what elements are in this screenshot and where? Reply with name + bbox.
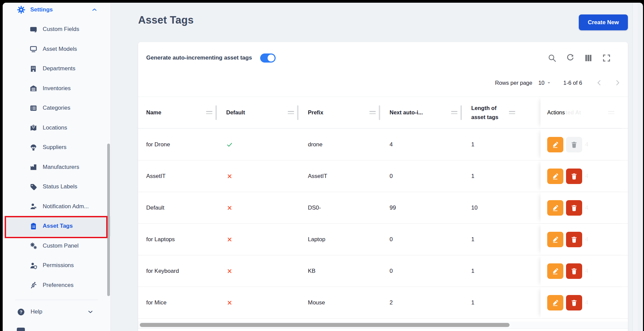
table-row: for Mice Mouse 2 1 4 [138,287,628,319]
column-resize-handle[interactable] [509,111,515,114]
ghost-text: 4 [585,205,588,211]
app-window: Settings Custom Fields Asset Models Depa… [3,3,643,331]
sidebar-item-manufacturers[interactable]: Manufacturers [3,157,111,177]
rows-per-page-select[interactable]: 10 [538,80,552,86]
chevron-up-icon[interactable] [91,6,98,13]
table-row: for Laptops Laptop 0 1 4 [138,224,628,255]
pagination-nav [596,79,621,86]
table-header: Name Default Prefix Next auto-i... Lengt… [138,97,628,128]
asset-tags-card: Generate auto-incrementing asset tags Ro… [138,42,628,331]
table-row: for Keyboard KB 0 1 4 [138,255,628,287]
cell-actions: 4 [540,192,628,223]
edit-button[interactable] [547,232,563,247]
column-resize-handle[interactable] [451,111,457,114]
edit-button[interactable] [547,295,563,310]
table-row: Default DS0- 99 10 4 [138,192,628,224]
sidebar-item-help[interactable]: ? Help [3,300,111,324]
columns-icon[interactable] [584,53,593,63]
trash-icon [570,236,578,243]
sidebar-item-asset-tags[interactable]: Asset Tags [3,216,111,236]
auto-increment-toggle[interactable] [260,53,276,63]
card-icon [30,26,37,33]
cell-name: for Laptops [146,236,226,243]
sidebar-item-status-labels[interactable]: Status Labels [3,177,111,197]
sidebar-item-locations[interactable]: Locations [3,118,111,138]
user-badge-icon [30,203,37,210]
column-header-length[interactable]: Length of asset tags [471,104,540,121]
search-icon[interactable] [548,53,557,63]
cross-icon [226,268,233,274]
auto-increment-row: Generate auto-incrementing asset tags [146,49,620,66]
cell-next-auto-increment: 4 [390,141,471,148]
delete-button[interactable] [566,232,582,247]
column-header-default[interactable]: Default [226,105,308,120]
cell-prefix: drone [308,141,390,148]
cell-default [226,299,308,306]
main-content: Asset Tags Create New Generate auto-incr… [111,3,638,331]
table-row: for Drone drone 4 1 4 [138,129,628,160]
delete-button[interactable] [566,200,582,216]
trash-icon [570,267,578,275]
trash-icon [570,204,578,212]
edit-button[interactable] [547,200,563,216]
sidebar-scrollbar-thumb[interactable] [107,144,110,296]
horizontal-scrollbar [138,322,628,328]
monitor-icon [30,45,37,53]
column-header-prefix[interactable]: Prefix [308,105,390,120]
card-footer [138,328,628,331]
sidebar-item-asset-models[interactable]: Asset Models [3,39,111,59]
trash-icon [570,141,578,148]
column-header-name[interactable]: Name [146,105,226,120]
clipboard-icon [30,222,37,230]
cell-actions: 4 [540,255,628,287]
sidebar-item-custom-panel[interactable]: Custom Panel [3,236,111,256]
column-resize-handle[interactable] [206,111,212,114]
column-resize-handle[interactable] [288,111,294,114]
horizontal-scrollbar-thumb[interactable] [140,323,510,327]
cell-name: AssetIT [146,173,226,180]
sidebar-item-notification-adm[interactable]: Notification Adm... [3,197,111,217]
sidebar-item-inventories[interactable]: Inventories [3,79,111,99]
cell-next-auto-increment: 99 [390,205,471,211]
previous-page-button[interactable] [596,79,603,86]
sidebar-item-permissions[interactable]: Permissions [3,256,111,275]
ghost-text: 4 [585,173,588,180]
column-header-next-auto-increment[interactable]: Next auto-i... [390,105,471,120]
sidebar-item-preferences[interactable]: Preferences [3,275,111,295]
pencil-icon [552,267,559,275]
sidebar-item-categories[interactable]: Categories [3,98,111,118]
column-resize-handle[interactable] [369,111,376,114]
rows-per-page-value: 10 [538,80,545,86]
cross-icon [226,205,233,211]
tag-icon [30,183,37,191]
warehouse-icon [30,84,37,92]
cell-actions: 4 [540,160,628,192]
edit-button[interactable] [547,263,563,279]
settings-label: Settings [30,6,91,13]
pencil-icon [552,141,559,148]
cell-default [226,268,308,274]
column-header-actions: Actions ted At [540,97,628,128]
cell-next-auto-increment: 0 [390,236,471,243]
ghost-resize-handle [608,111,614,114]
delete-button[interactable] [566,169,582,184]
gear-icon [17,5,26,14]
delete-button[interactable] [566,295,582,310]
next-page-button[interactable] [614,79,621,86]
sidebar-item-departments[interactable]: Departments [3,59,111,79]
fullscreen-icon[interactable] [602,53,611,63]
cross-icon [226,299,233,306]
edit-button[interactable] [547,169,563,184]
factory-icon [30,163,37,171]
svg-text:?: ? [20,309,23,315]
delete-button[interactable] [566,263,582,279]
refresh-icon[interactable] [566,53,575,63]
create-new-button[interactable]: Create New [579,14,628,30]
chevron-down-icon[interactable] [87,308,94,315]
edit-button[interactable] [547,137,563,152]
sidebar-header-settings[interactable]: Settings [3,3,111,17]
cell-actions: 4 [540,287,628,318]
sidebar-item-custom-fields[interactable]: Custom Fields [3,20,111,39]
cell-prefix: AssetIT [308,173,390,180]
sidebar-item-suppliers[interactable]: Suppliers [3,138,111,157]
